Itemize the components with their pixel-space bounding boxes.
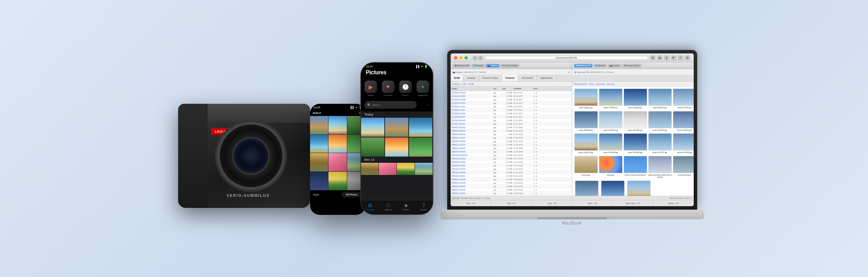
view-grid-icon[interactable]: ⊞ bbox=[657, 55, 662, 61]
left-badge-hd[interactable]: 🖥 Macintosh HD bbox=[453, 64, 471, 67]
icon-cell-16[interactable]: photo.jpg bbox=[599, 156, 623, 178]
file-row-7[interactable]: P71028-203447 jpg 5,4 MB 01.11.2017 J...… bbox=[451, 115, 572, 119]
crumb-card[interactable]: Card bbox=[462, 83, 467, 85]
icon-cell-7[interactable]: photo-1097930.jpg bbox=[624, 111, 647, 132]
forward-button[interactable]: › bbox=[478, 56, 483, 60]
file-row-12[interactable]: P80323-090419 jpg 4 MB 23.03.2018 J...e bbox=[451, 133, 572, 136]
share-icon[interactable]: ⤴ bbox=[678, 55, 683, 61]
copy-f5-button[interactable]: Copy – F5 bbox=[532, 200, 572, 206]
file-row-25[interactable]: P90310-123448 jpg 4,1 MB 10.03.2019 J...… bbox=[451, 178, 572, 181]
file-row-28[interactable]: P90310-123534 jpg 3,2 MB 10.03.2019 J...… bbox=[451, 188, 572, 192]
icon-cell-5[interactable]: photo-982263.jpg bbox=[574, 111, 598, 132]
file-row-2[interactable]: P71028-212836 jpg 2,8 MB 28.10.2017 J...… bbox=[451, 98, 572, 101]
file-row-19[interactable]: P81129-012548 jpg 3,4 MB 29.11.2018 J...… bbox=[451, 157, 572, 160]
left-badge-net[interactable]: 🌐 Network bbox=[472, 64, 485, 67]
days-button[interactable]: Days bbox=[314, 193, 319, 196]
icon-cell-11[interactable]: photo-1245336.jpg bbox=[599, 133, 623, 154]
settings-icon[interactable]: ⚙ bbox=[685, 55, 690, 61]
view-f3-button[interactable]: View – F3 bbox=[451, 200, 491, 206]
file-row-26[interactable]: P90310-123465 jpg 3,3 MB 10.03.2019 J...… bbox=[451, 181, 572, 185]
col-ext[interactable]: ext bbox=[494, 87, 502, 90]
right-badge-proc[interactable]: ⚙ Process Viewer bbox=[622, 64, 641, 67]
preview-icon[interactable]: 👁 bbox=[671, 55, 676, 61]
file-row-5[interactable]: P71028-212991 jpg 2,8 MB 28.10.2017 J...… bbox=[451, 108, 572, 112]
file-row-10[interactable]: P80207-203703 jpg 5,4 MB 07.02.2018 J...… bbox=[451, 126, 572, 129]
left-badge-proc[interactable]: ⚙ Process Viewer bbox=[500, 64, 519, 67]
file-row-22[interactable]: P81221-076618 jpg 3,4 MB 21.12.2018 J...… bbox=[451, 167, 572, 171]
tab-stories[interactable]: ◈ Stories bbox=[403, 202, 409, 211]
left-badge-cam[interactable]: 📷 Camera bbox=[486, 64, 499, 67]
file-row-20[interactable]: P81209-023088 jpg 3,6 MB 16.12.2018 J...… bbox=[451, 160, 572, 164]
minimize-button[interactable] bbox=[459, 56, 462, 59]
icon-cell-10[interactable]: photo-1169754.jpg bbox=[574, 133, 598, 154]
file-row-24[interactable]: P90108-144221 jpg 3,7 MB 08.01.2019 J...… bbox=[451, 174, 572, 178]
file-row-27[interactable]: P90310-123530 jpg 4,6 MB 10.03.2019 J...… bbox=[451, 185, 572, 188]
right-badge-cam[interactable]: 📷 Camera bbox=[608, 64, 621, 67]
icon-cell-14[interactable]: photo-1421903.jpg bbox=[673, 133, 694, 154]
file-row-23[interactable]: P81221-076859 jpg 3,8 MB 21.12.2018 J...… bbox=[451, 171, 572, 174]
phone-icon-videos[interactable]: ▶ Videos bbox=[365, 81, 377, 96]
tab-process-viewer[interactable]: Process Viewer bbox=[479, 75, 502, 81]
crumb-camera[interactable]: Camera bbox=[453, 83, 460, 85]
tab-documents[interactable]: Documents bbox=[518, 75, 537, 81]
tab-desktop[interactable]: Desktop bbox=[464, 75, 479, 81]
delete-f8-button[interactable]: Delete – F8 bbox=[653, 200, 694, 206]
icon-cell-12[interactable]: photo-1287093.jpg bbox=[624, 133, 647, 154]
icon-cell-22[interactable]: DIR 28.12.2020, 12:35:27 bbox=[626, 181, 651, 196]
maximize-button[interactable] bbox=[465, 56, 468, 59]
phone-icon-favorites[interactable]: ♥ Favorites bbox=[382, 81, 394, 96]
phone-icon-suggested[interactable]: ✦ Suggested bbox=[417, 81, 429, 96]
tab-pictures[interactable]: ⊞ Pictures bbox=[366, 202, 374, 211]
phone-search-bar[interactable]: 🔍 Search bbox=[365, 101, 417, 109]
icon-cell-21[interactable]: the-climate-reality- bbox=[600, 181, 625, 196]
file-row-0[interactable]: P71028-212818 jpg 3,2 MB 28.10.2017 J...… bbox=[451, 91, 572, 94]
file-row-3[interactable]: P71028-212914 jpg 2,8 MB 28.10.2017 J...… bbox=[451, 101, 572, 105]
icon-cell-0[interactable]: photo-533923.jpg bbox=[574, 89, 598, 109]
tab-albums[interactable]: □ Albums bbox=[385, 202, 392, 211]
crumb-dcim[interactable]: DCIM bbox=[469, 83, 474, 85]
tab-shared[interactable]: ⤴ Shared bbox=[420, 202, 427, 211]
file-row-13[interactable]: P80817-115207 jpg 5,4 MB 17.06.2018 J...… bbox=[451, 136, 572, 140]
icon-cell-9[interactable]: photo-1146134.jpg bbox=[673, 111, 694, 132]
move-f6-button[interactable]: Move – F6 bbox=[572, 200, 613, 206]
file-row-17[interactable]: P81102-183230 jpg 4,9 MB 12.10.2018 J...… bbox=[451, 150, 572, 153]
file-row-6[interactable]: P71028-213068 jpg 2,6 MB 28.10.2017 J...… bbox=[451, 112, 572, 115]
tab-pictures[interactable]: Pictures bbox=[502, 75, 518, 81]
icon-cell-6[interactable]: photo-1064289.jpg bbox=[599, 111, 623, 132]
right-badge-hd[interactable]: 🖥 Macintosh HD bbox=[574, 64, 592, 67]
file-row-15[interactable]: P80811-134154 jpg 4,1 MB 11.09.2018 J...… bbox=[451, 143, 572, 146]
icon-cell-1[interactable]: photo-776656.jpg bbox=[599, 89, 623, 109]
file-row-18[interactable]: P81128-235654(1) jpg 3,2 MB 28.11.2018 J… bbox=[451, 153, 572, 157]
close-button[interactable] bbox=[454, 56, 457, 59]
back-button[interactable]: ‹ bbox=[473, 56, 477, 60]
view-column-icon[interactable]: ⫿ bbox=[664, 55, 669, 61]
file-row-8[interactable]: P71101-203454 jpg 3,8 MB 01.11.2017 J...… bbox=[451, 119, 572, 122]
icon-cell-13[interactable]: photo-1287327.jpg bbox=[648, 133, 672, 154]
icon-cell-2[interactable]: photo-813269.jpg bbox=[624, 89, 647, 109]
file-row-1[interactable]: P71028-212825 jpg 3,2 MB 28.10.2017 J...… bbox=[451, 94, 572, 98]
tab-dcim[interactable]: DCIM bbox=[451, 75, 464, 81]
file-row-11[interactable]: P82024-204060 jpg 5,9 MB 07.02.2018 J...… bbox=[451, 129, 572, 133]
icon-cell-18[interactable]: pooja-chaudhary-qnbKxclQ_plash.jpg bbox=[648, 156, 672, 178]
icon-cell-19[interactable]: portrait-238.jpeg bbox=[673, 156, 694, 178]
file-row-29[interactable]: P90310-123555 jpg 4,2 MB 10.03.2019 J...… bbox=[451, 192, 572, 195]
right-badge-net[interactable]: 🌐 Network bbox=[593, 64, 607, 67]
icon-cell-17[interactable]: Photos Library.photoslibrary bbox=[624, 156, 647, 178]
more-icon[interactable]: ··· bbox=[426, 103, 429, 107]
all-photos-button[interactable]: All Photos bbox=[342, 192, 362, 198]
tab-applications[interactable]: Applications bbox=[537, 75, 557, 81]
file-row-21[interactable]: P81207-074602 jpg 3,1 MB 07.12.2018 J...… bbox=[451, 164, 572, 167]
file-row-4[interactable]: P71028-212931 jpg 2,8 MB 28.10.2017 J...… bbox=[451, 105, 572, 108]
col-size[interactable]: size bbox=[502, 87, 514, 90]
icon-cell-4[interactable]: photo-977304.jpg bbox=[673, 89, 694, 109]
view-list-icon[interactable]: ☰ bbox=[650, 55, 656, 61]
file-row-16[interactable]: P80923-184609 jpg 2,4 MB 23.09.2018 J...… bbox=[451, 146, 572, 150]
col-kind[interactable]: kind bbox=[534, 87, 544, 90]
icon-cell-20[interactable]: subhkaran-singh-tR bbox=[574, 181, 599, 196]
icon-cell-15[interactable]: photo.jpeg bbox=[574, 156, 598, 178]
file-row-14[interactable]: P80708-103556 jpg 5,1 MB 08.07.2018 J...… bbox=[451, 140, 572, 143]
new-folder-f7-button[interactable]: New Folder – F7 bbox=[613, 200, 653, 206]
icon-cell-3[interactable]: photo-845242.jpg bbox=[648, 89, 672, 109]
col-modified[interactable]: modified bbox=[514, 87, 534, 90]
file-row-9[interactable]: P71101-204157 jpg 5,6 MB 01.11.2017 J...… bbox=[451, 122, 572, 126]
